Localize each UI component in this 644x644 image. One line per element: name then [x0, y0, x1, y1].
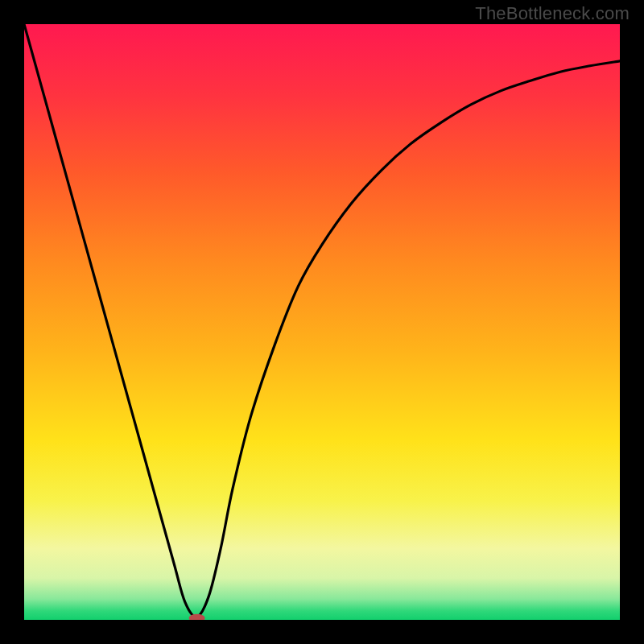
gradient-background	[24, 24, 620, 620]
bottleneck-chart	[24, 24, 620, 620]
chart-frame	[24, 24, 620, 620]
watermark-text: TheBottleneck.com	[475, 3, 630, 24]
